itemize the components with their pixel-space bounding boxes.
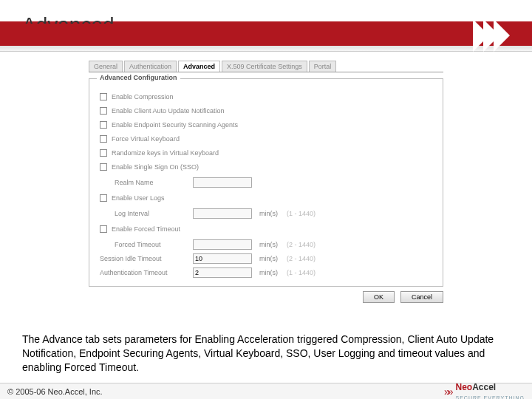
chevron-graphic — [479, 19, 510, 52]
cancel-button[interactable]: Cancel — [400, 291, 443, 303]
range-label: (2 - 1440) — [287, 241, 316, 248]
realm-name-input[interactable] — [193, 177, 252, 188]
logo-icon: »» — [444, 386, 451, 398]
checkbox-icon[interactable] — [100, 149, 107, 157]
logo: »» NeoAccel SECURE EVERYTHING — [444, 382, 525, 400]
auth-timeout-label: Authentication Timeout — [100, 269, 188, 276]
option-label: Enable Compression — [112, 93, 174, 100]
range-label: (2 - 1440) — [287, 255, 316, 262]
tab-bar: GeneralAuthenticationAdvancedX.509 Certi… — [89, 61, 443, 72]
option-row: Enable Single Sign On (SSO) — [100, 163, 432, 171]
forced-timeout-input[interactable] — [193, 239, 252, 250]
option-label: Enable Single Sign On (SSO) — [112, 163, 199, 171]
forced-timeout-label: Enable Forced Timeout — [112, 225, 180, 233]
slide-header: Advanced — [0, 0, 532, 53]
unit-label: min(s) — [259, 241, 278, 248]
auth-timeout-input[interactable] — [193, 267, 252, 278]
option-label: Enable Client Auto Update Notification — [112, 107, 225, 115]
config-panel: GeneralAuthenticationAdvancedX.509 Certi… — [89, 61, 443, 303]
checkbox-icon[interactable] — [100, 107, 107, 115]
checkbox-icon[interactable] — [100, 93, 107, 100]
user-logs-label: Enable User Logs — [112, 194, 165, 202]
tab-advanced[interactable]: Advanced — [178, 61, 220, 72]
option-label: Enable Endpoint Security Scanning Agents — [112, 121, 238, 129]
checkbox-icon[interactable] — [100, 225, 107, 233]
range-label: (1 - 1440) — [287, 269, 316, 276]
checkbox-icon[interactable] — [100, 194, 107, 202]
option-row: Enable Compression — [100, 93, 432, 100]
ok-button[interactable]: OK — [363, 291, 395, 303]
description-text: The Advance tab sets parameters for Enab… — [22, 332, 510, 375]
unit-label: min(s) — [259, 255, 278, 262]
checkbox-icon[interactable] — [100, 135, 107, 143]
footer: © 2005-06 Neo.Accel, Inc. »» NeoAccel SE… — [0, 383, 532, 399]
option-row: Enable Endpoint Security Scanning Agents — [100, 121, 432, 129]
option-label: Force Virtual Keyboard — [112, 135, 180, 143]
idle-timeout-input[interactable] — [193, 253, 252, 264]
idle-timeout-label: Session Idle Timeout — [100, 255, 188, 262]
forced-timeout-val-label: Forced Timeout — [115, 241, 188, 248]
option-label: Randomize keys in Virtual Keyboard — [112, 149, 219, 157]
logo-brand-2: Accel — [472, 382, 496, 392]
logo-brand-1: Neo — [456, 382, 473, 392]
realm-name-label: Realm Name — [115, 179, 188, 186]
checkbox-icon[interactable] — [100, 121, 107, 129]
group-title: Advanced Configuration — [97, 74, 180, 81]
option-row: Randomize keys in Virtual Keyboard — [100, 149, 432, 157]
log-interval-input[interactable] — [193, 208, 252, 219]
tab-x-509-certificate-settings[interactable]: X.509 Certificate Settings — [222, 61, 307, 72]
tab-general[interactable]: General — [89, 61, 123, 72]
logo-tagline: SECURE EVERYTHING — [456, 395, 525, 400]
option-row: Force Virtual Keyboard — [100, 135, 432, 143]
range-label: (1 - 1440) — [287, 210, 316, 217]
checkbox-icon[interactable] — [100, 163, 107, 171]
advanced-config-group: Advanced Configuration Enable Compressio… — [89, 78, 443, 287]
unit-label: min(s) — [259, 269, 278, 276]
unit-label: min(s) — [259, 210, 278, 217]
tab-portal[interactable]: Portal — [309, 61, 337, 72]
option-row: Enable Client Auto Update Notification — [100, 107, 432, 115]
tab-authentication[interactable]: Authentication — [124, 61, 177, 72]
log-interval-label: Log Interval — [115, 210, 188, 217]
copyright: © 2005-06 Neo.Accel, Inc. — [7, 387, 103, 396]
